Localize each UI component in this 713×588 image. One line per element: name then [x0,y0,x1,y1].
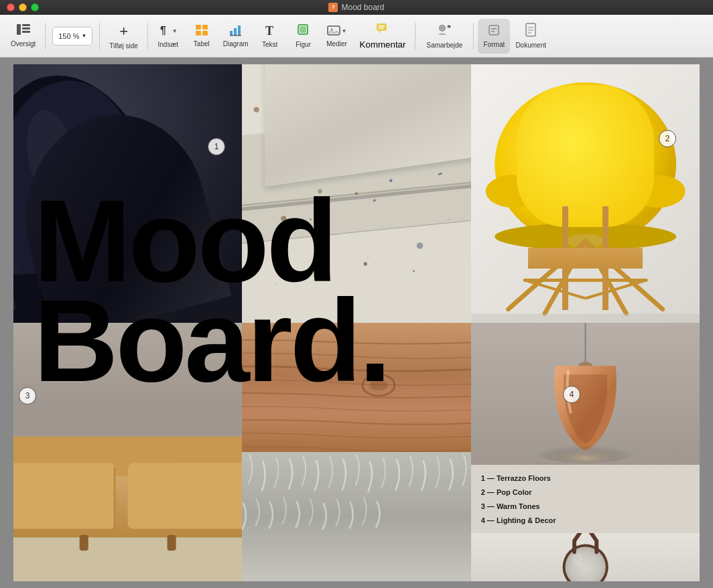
image-pendant-mirror: 1 — Terrazzo Floors 2 — Pop Color 3 — Wa… [471,323,700,581]
page-badge-3: 3 [19,387,36,405]
svg-rect-11 [238,25,241,35]
separator-5 [473,23,474,50]
svg-point-47 [446,90,448,93]
svg-line-70 [525,280,586,298]
diagram-button[interactable]: Diagram [219,19,253,54]
svg-point-63 [567,234,603,248]
samarbejde-button[interactable]: + Samarbejde [419,19,469,54]
samarbejde-label: Samarbejde [426,42,462,49]
separator-3 [147,23,148,50]
window-controls [7,3,39,11]
svg-rect-86 [168,535,176,551]
tekst-button[interactable]: T Tekst [254,19,286,54]
svg-rect-38 [242,64,470,323]
caption-item-1: 1 — Terrazzo Floors [481,471,690,486]
kommentar-button[interactable]: Kommentar [354,19,411,54]
svg-rect-16 [328,26,340,35]
svg-rect-26 [489,25,499,35]
svg-rect-9 [230,31,233,35]
add-page-button[interactable]: + Tilføj side [104,19,143,54]
sofa-svg [13,323,242,581]
svg-rect-54 [270,145,276,150]
svg-point-44 [301,135,304,138]
svg-point-52 [318,189,322,194]
svg-rect-1 [22,24,30,26]
svg-rect-55 [438,172,443,175]
svg-line-66 [544,241,585,313]
svg-line-56 [242,184,470,212]
minimize-button[interactable] [19,3,27,11]
tabel-button[interactable]: Tabel [186,19,218,54]
svg-rect-8 [202,31,208,35]
image-wood-fur [242,323,470,581]
caption-item-2: 2 — Pop Color [481,486,690,500]
svg-point-46 [400,126,403,129]
dokument-label: Dokument [515,42,546,49]
zoom-value: 150 % [58,32,79,40]
text-icon: T [264,23,276,39]
image-black-chair [13,64,242,323]
app-icon: 7 [328,3,338,12]
format-icon [487,23,501,39]
svg-text:+: + [448,25,450,29]
yellow-chair-svg [471,64,700,323]
svg-rect-2 [22,27,30,29]
document-icon [525,23,537,40]
svg-rect-0 [17,24,21,35]
indsaet-arrow: ▼ [172,28,178,34]
text-format-icon: ¶ [159,23,171,39]
svg-point-50 [417,242,423,248]
page-badge-2: 2 [659,130,676,147]
separator-1 [45,23,46,50]
svg-rect-101 [572,546,576,554]
svg-point-37 [13,273,164,323]
svg-point-95 [533,437,637,463]
svg-text:¶: ¶ [160,25,166,36]
svg-rect-18 [377,23,387,31]
indsaet-button[interactable]: ¶ ▼ Indsæt [152,19,184,54]
caption-list: 1 — Terrazzo Floors 2 — Pop Color 3 — Wa… [481,471,690,528]
svg-point-45 [334,97,342,104]
dokument-button[interactable]: Dokument [511,19,550,54]
caption-item-4: 4 — Lighting & Decor [481,514,690,528]
svg-line-42 [242,218,470,246]
shape-icon [297,23,310,39]
medier-button[interactable]: ▼ Medier [321,19,353,54]
oversigt-button[interactable]: Oversigt [5,19,41,54]
chair-svg [13,64,242,323]
svg-point-53 [373,199,376,202]
chevron-down-icon: ▼ [81,33,86,39]
svg-point-48 [281,216,287,221]
zoom-control: 150 % ▼ [50,24,95,48]
svg-line-71 [585,280,646,298]
plus-icon: + [119,23,128,40]
medier-arrow: ▼ [342,28,347,34]
svg-text:T: T [265,24,273,37]
image-warm-tones [13,323,242,581]
svg-rect-6 [202,25,208,29]
sidebar-icon [17,24,30,38]
svg-rect-3 [22,31,30,33]
svg-rect-5 [196,25,201,29]
table-icon [195,24,208,38]
oversigt-label: Oversigt [11,40,36,48]
separator-2 [99,23,100,50]
svg-line-41 [242,180,470,208]
maximize-button[interactable] [31,3,39,11]
format-label: Format [484,41,505,48]
titlebar: 7 Mood board [0,0,713,15]
window-title: 7 Mood board [328,3,384,12]
svg-point-23 [440,25,445,31]
media-icon [327,24,340,38]
zoom-button[interactable]: 150 % ▼ [52,27,92,46]
figur-button[interactable]: Figur [287,19,320,54]
format-button[interactable]: Format [478,19,510,54]
separator-4 [415,23,415,50]
svg-rect-91 [242,452,470,581]
svg-rect-15 [300,26,306,33]
image-yellow-chair [471,64,700,323]
close-button[interactable] [7,3,15,11]
collaborate-icon: + [436,23,452,40]
caption-area: 1 — Terrazzo Floors 2 — Pop Color 3 — Wa… [471,465,700,533]
svg-point-49 [364,262,367,265]
